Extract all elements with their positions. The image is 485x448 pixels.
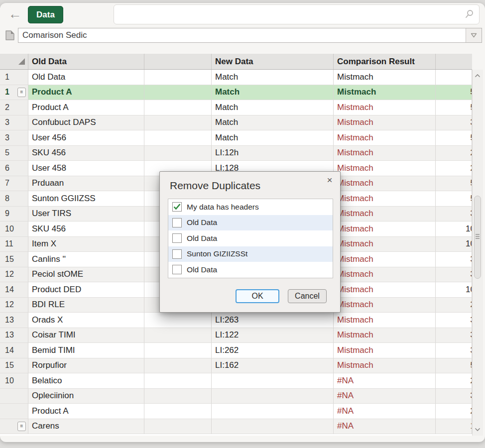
cell-new-data[interactable]: LI:263 — [212, 313, 334, 328]
formula-input[interactable] — [18, 28, 473, 42]
scrollbar-thumb[interactable] — [474, 196, 481, 279]
cell-comparison-result[interactable]: Mistmach — [334, 115, 436, 131]
cell-old-data[interactable]: Confubuct DAPS — [28, 115, 144, 131]
cell-old-data[interactable]: Product A — [28, 85, 144, 101]
cell-blank[interactable] — [144, 85, 212, 101]
column-header-new-data[interactable]: New Data — [212, 54, 334, 69]
cell-old-data[interactable]: SKU 456 — [28, 222, 144, 237]
row-number-cell[interactable]: 2 — [0, 100, 28, 115]
cell-new-data[interactable]: LI:12h — [212, 146, 334, 161]
cell-partial[interactable]: 5 — [436, 176, 472, 192]
cell-partial[interactable]: 5 — [436, 358, 472, 374]
checkbox-icon[interactable] — [172, 249, 182, 259]
cell-comparison-result[interactable]: Mistmach — [334, 207, 436, 222]
row-number-cell[interactable] — [0, 404, 28, 419]
row-number-cell[interactable]: 12 — [0, 267, 28, 283]
row-number-cell[interactable]: 13 — [0, 313, 28, 328]
row-number-cell[interactable]: 13 — [0, 328, 28, 343]
column-header-partial[interactable] — [436, 54, 472, 69]
cell-comparison-result[interactable]: Mistmach — [334, 146, 436, 161]
row-number-cell[interactable]: 9 — [0, 207, 28, 222]
cell-new-data[interactable]: Match — [212, 115, 334, 131]
cell-partial[interactable]: 2 — [436, 161, 472, 176]
cell-new-data[interactable] — [212, 419, 334, 435]
row-number-cell[interactable]: 3 — [0, 130, 28, 146]
cell-blank[interactable] — [144, 328, 212, 343]
data-tab-button[interactable]: Data — [28, 6, 63, 23]
cell-new-data[interactable]: Match — [212, 130, 334, 146]
cell-old-data[interactable]: Product DED — [28, 282, 144, 298]
cell-blank[interactable] — [144, 115, 212, 131]
cell-comparison-result[interactable]: #NA — [334, 404, 436, 419]
cell-comparison-result[interactable]: Mistmach — [334, 328, 436, 343]
scroll-up-icon[interactable] — [475, 74, 481, 78]
cell-old-data[interactable]: Product A — [28, 404, 144, 419]
checkbox-icon[interactable] — [172, 233, 182, 243]
checkbox-checked-icon[interactable] — [172, 202, 182, 212]
cell-comparison-result[interactable]: #NA — [334, 389, 436, 404]
row-number-cell[interactable]: 6 — [0, 161, 28, 176]
cell-new-data[interactable]: Match — [212, 85, 334, 101]
card-view-icon[interactable]: ≡ — [17, 88, 26, 97]
cell-comparison-result[interactable]: Mistmach — [334, 313, 436, 328]
scroll-down-icon[interactable] — [475, 428, 481, 432]
cell-partial[interactable]: 1 — [436, 419, 472, 435]
cell-partial[interactable]: 3 — [436, 207, 472, 222]
row-number-cell[interactable]: 5 — [0, 146, 28, 161]
cell-partial[interactable]: 3 — [436, 267, 472, 283]
column-header-comparison-result[interactable]: Comparison Result — [334, 54, 436, 69]
back-button[interactable]: ← — [6, 7, 24, 22]
cell-partial[interactable] — [436, 70, 472, 85]
select-all-corner[interactable] — [0, 54, 28, 69]
vertical-scrollbar[interactable] — [472, 70, 483, 436]
cell-old-data[interactable]: Sunton GGIIZSS — [28, 191, 144, 207]
checkbox-icon[interactable] — [172, 218, 182, 227]
cell-comparison-result[interactable]: Mistmach — [334, 298, 436, 313]
dialog-list-item[interactable]: Old Data — [168, 262, 333, 278]
row-number-cell[interactable]: 1 — [0, 70, 28, 85]
row-number-cell[interactable]: 10 — [0, 222, 28, 237]
cell-old-data[interactable]: BDI RLE — [28, 298, 144, 313]
cell-old-data[interactable]: User 458 — [28, 161, 144, 176]
cell-blank[interactable] — [144, 100, 212, 115]
cell-old-data[interactable]: Canlins '' — [28, 252, 144, 267]
cell-old-data[interactable]: Carens — [28, 419, 144, 435]
cell-comparison-result[interactable]: #NA — [334, 373, 436, 389]
cell-partial[interactable]: 5 — [436, 191, 472, 207]
cell-comparison-result[interactable]: Mistmach — [334, 176, 436, 192]
cell-old-data[interactable]: Product A — [28, 100, 144, 115]
search-input[interactable] — [114, 4, 480, 24]
cell-partial[interactable]: 3 — [436, 328, 472, 343]
cell-partial[interactable]: 2 — [436, 146, 472, 161]
cell-old-data[interactable]: Coisar TIMI — [28, 328, 144, 343]
cell-comparison-result[interactable]: Mistmach — [334, 161, 436, 176]
dialog-list-item[interactable]: My data has headers — [168, 199, 333, 215]
cell-old-data[interactable]: Peciol stOME — [28, 267, 144, 283]
cell-new-data[interactable] — [212, 389, 334, 404]
cell-blank[interactable] — [144, 404, 212, 419]
cell-partial[interactable]: 3 — [436, 252, 472, 267]
cell-partial[interactable]: 2 — [436, 373, 472, 389]
cell-blank[interactable] — [144, 130, 212, 146]
cell-blank[interactable] — [144, 373, 212, 389]
dialog-list-item[interactable]: Old Data — [168, 230, 333, 246]
close-icon[interactable]: × — [323, 174, 336, 187]
row-number-cell[interactable]: 3 — [0, 115, 28, 131]
cell-blank[interactable] — [144, 419, 212, 435]
cell-comparison-result[interactable]: Mistmach — [334, 237, 436, 252]
row-number-cell[interactable]: 7 — [0, 176, 28, 192]
cell-partial[interactable]: 3 — [436, 389, 472, 404]
formula-dropdown-button[interactable] — [466, 28, 482, 42]
cell-partial[interactable]: 3 — [436, 313, 472, 328]
card-view-icon[interactable]: ≡ — [17, 422, 26, 431]
cell-old-data[interactable]: Old Data — [28, 70, 144, 85]
row-number-cell[interactable]: 14 — [0, 343, 28, 358]
cancel-button[interactable]: Cancel — [288, 289, 327, 303]
cell-partial[interactable]: 3 — [436, 115, 472, 131]
row-number-cell[interactable]: 8 — [0, 191, 28, 207]
cell-partial[interactable]: 2 — [436, 404, 472, 419]
cell-blank[interactable] — [144, 313, 212, 328]
cell-comparison-result[interactable]: Mistmach — [334, 343, 436, 358]
cell-old-data[interactable]: User TIRS — [28, 207, 144, 222]
row-number-cell[interactable]: 15 — [0, 252, 28, 267]
